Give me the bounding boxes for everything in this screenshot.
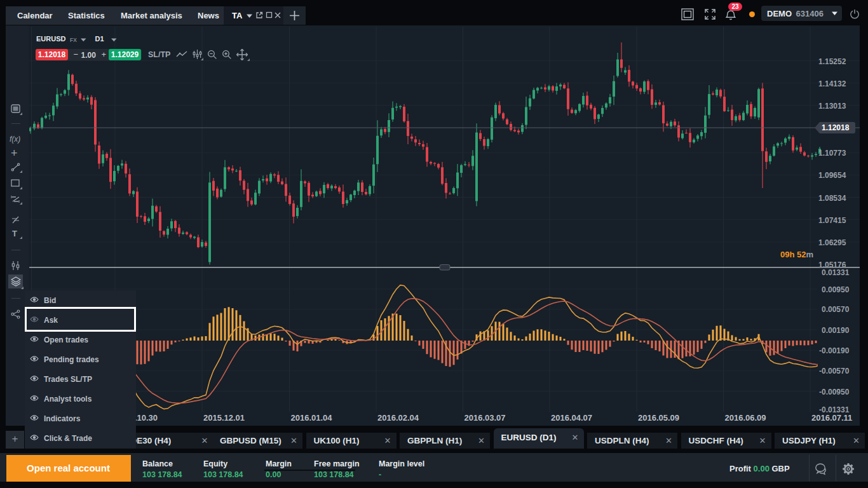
svg-text:1.12018: 1.12018 — [822, 123, 850, 132]
